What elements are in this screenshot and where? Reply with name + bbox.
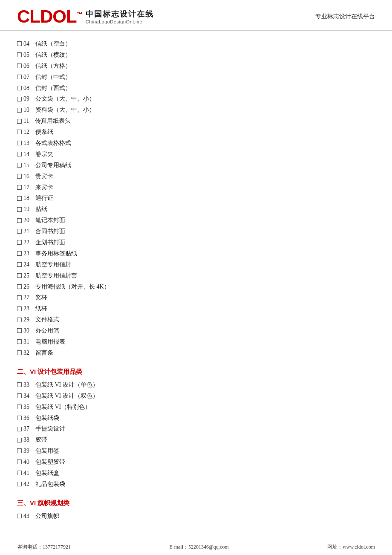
checkbox[interactable] xyxy=(17,75,22,79)
checkbox[interactable] xyxy=(17,427,22,431)
checkbox[interactable] xyxy=(17,64,22,68)
checkbox[interactable] xyxy=(17,251,22,256)
list-item: 12 便条纸 xyxy=(17,127,375,138)
checkbox[interactable] xyxy=(17,416,22,420)
checkbox[interactable] xyxy=(17,284,22,289)
checkbox[interactable] xyxy=(17,163,22,168)
footer-phone: 咨询电话：13772177921 xyxy=(17,543,71,551)
logo-sub: 中国标志设计在线 ChinaLogoDesignOnLine xyxy=(86,9,154,24)
checkbox[interactable] xyxy=(17,448,22,453)
list-item: 37 手提袋设计 xyxy=(17,423,375,434)
list-item: 39 包装用签 xyxy=(17,445,375,457)
checkbox[interactable] xyxy=(17,174,22,179)
checkbox[interactable] xyxy=(17,41,22,46)
list-item: 19 贴纸 xyxy=(17,204,375,215)
checkbox[interactable] xyxy=(17,382,22,387)
list-item: 06 信纸（方格） xyxy=(17,61,375,72)
logo-area: CLDOL™ 中国标志设计在线 ChinaLogoDesignOnLine xyxy=(17,8,154,26)
list-item: 24 航空专用信封 xyxy=(17,259,375,270)
list-item: 40 包装塑胶带 xyxy=(17,457,375,468)
checkbox[interactable] xyxy=(17,108,22,113)
list-item: 23 事务用标签贴纸 xyxy=(17,248,375,259)
page-header: CLDOL™ 中国标志设计在线 ChinaLogoDesignOnLine 专业… xyxy=(0,0,392,31)
checkbox[interactable] xyxy=(17,460,22,464)
footer-website: 网址：www.cldol.com xyxy=(327,543,375,551)
list-item: 38 胶带 xyxy=(17,434,375,445)
list-item: 17 来宾卡 xyxy=(17,182,375,193)
list-item: 16 贵宾卡 xyxy=(17,171,375,182)
main-content: 04 信纸（空白） 05 信纸（横纹） 06 信纸（方格） 07 信封（中式） … xyxy=(0,38,392,534)
page-footer: 咨询电话：13772177921 E-mail：52201346@qq.com … xyxy=(0,539,392,555)
list-item: 41 包装纸盒 xyxy=(17,468,375,479)
list-item: 26 专用海报纸（对开、长 4K） xyxy=(17,281,375,292)
list-item: 27 奖杯 xyxy=(17,292,375,303)
list-item: 43 公司旗帜 xyxy=(17,511,375,522)
list-item: 33 包装纸 VI 设计（单色） xyxy=(17,379,375,390)
website-value: www.cldol.com xyxy=(343,544,375,550)
logo-en-text: ChinaLogoDesignOnLine xyxy=(86,19,154,24)
checkbox[interactable] xyxy=(17,295,22,300)
checkbox[interactable] xyxy=(17,482,22,486)
checkbox[interactable] xyxy=(17,229,22,234)
checkbox[interactable] xyxy=(17,130,22,134)
checkbox[interactable] xyxy=(17,339,22,344)
checkbox[interactable] xyxy=(17,393,22,398)
checkbox[interactable] xyxy=(17,240,22,245)
list-item: 10 资料袋（大、中、小） xyxy=(17,104,375,116)
list-item: 09 公文袋（大、中、小） xyxy=(17,93,375,104)
list-item: 22 企划书封面 xyxy=(17,237,375,248)
list-item: 15 公司专用稿纸 xyxy=(17,160,375,171)
checkbox[interactable] xyxy=(17,318,22,322)
checkbox[interactable] xyxy=(17,350,22,355)
list-item: 30 办公用笔 xyxy=(17,325,375,336)
checkbox[interactable] xyxy=(17,97,22,101)
header-slogan: 专业标志设计在线平台 xyxy=(315,13,375,20)
checkbox[interactable] xyxy=(17,328,22,333)
email-value: 52201346@qq.com xyxy=(188,544,229,550)
checkbox[interactable] xyxy=(17,405,22,409)
list-item: 08 信封（西式） xyxy=(17,83,375,94)
phone-label: 咨询电话： xyxy=(17,544,43,550)
checkbox[interactable] xyxy=(17,152,22,156)
list-item: 11 传真用纸表头 xyxy=(17,116,375,127)
website-label: 网址： xyxy=(327,544,343,550)
packaging-list: 33 包装纸 VI 设计（单色） 34 包装纸 VI 设计（双色） 35 包装纸… xyxy=(17,379,375,490)
banner-list: 43 公司旗帜 xyxy=(17,511,375,522)
list-item: 32 留言条 xyxy=(17,347,375,358)
list-item: 31 电脑用报表 xyxy=(17,336,375,347)
list-item: 18 通行证 xyxy=(17,193,375,204)
checkbox[interactable] xyxy=(17,119,22,124)
logo-cn-text: 中国标志设计在线 xyxy=(86,9,154,19)
list-item: 14 卷宗夹 xyxy=(17,149,375,160)
office-list: 04 信纸（空白） 05 信纸（横纹） 06 信纸（方格） 07 信封（中式） … xyxy=(17,38,375,358)
checkbox[interactable] xyxy=(17,262,22,267)
list-item: 21 合同书封面 xyxy=(17,226,375,237)
checkbox[interactable] xyxy=(17,207,22,212)
logo-tm: ™ xyxy=(77,11,82,17)
checkbox[interactable] xyxy=(17,306,22,311)
list-item: 42 礼品包装袋 xyxy=(17,479,375,490)
section-title-packaging: 二、VI 设计包装用品类 xyxy=(17,368,375,376)
list-item: 28 纸杯 xyxy=(17,303,375,314)
phone-value: 13772177921 xyxy=(43,544,71,550)
list-item: 25 航空专用信封套 xyxy=(17,270,375,281)
list-item: 05 信纸（横纹） xyxy=(17,49,375,61)
logo-cldol-text: CLDOL xyxy=(17,6,77,26)
logo-cldol: CLDOL™ xyxy=(17,8,82,26)
checkbox[interactable] xyxy=(17,141,22,145)
list-item: 07 信封（中式） xyxy=(17,72,375,83)
checkbox[interactable] xyxy=(17,273,22,278)
email-label: E-mail： xyxy=(169,544,188,550)
list-item: 34 包装纸 VI 设计（双色） xyxy=(17,390,375,402)
checkbox[interactable] xyxy=(17,185,22,190)
checkbox[interactable] xyxy=(17,471,22,475)
checkbox[interactable] xyxy=(17,196,22,201)
section-title-banner: 三、VI 旗帜规划类 xyxy=(17,499,375,507)
list-item: 13 各式表格格式 xyxy=(17,138,375,149)
checkbox[interactable] xyxy=(17,438,22,442)
checkbox[interactable] xyxy=(17,514,22,518)
checkbox[interactable] xyxy=(17,52,22,57)
list-item: 29 文件格式 xyxy=(17,314,375,325)
checkbox[interactable] xyxy=(17,86,22,90)
checkbox[interactable] xyxy=(17,218,22,223)
